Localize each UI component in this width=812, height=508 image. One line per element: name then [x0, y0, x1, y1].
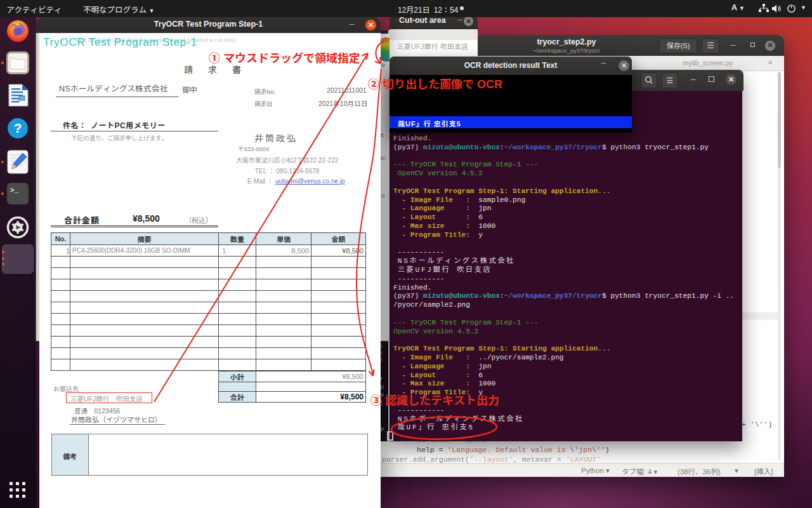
svg-text:>_: >_: [10, 187, 19, 194]
svg-text:?: ?: [14, 121, 22, 135]
